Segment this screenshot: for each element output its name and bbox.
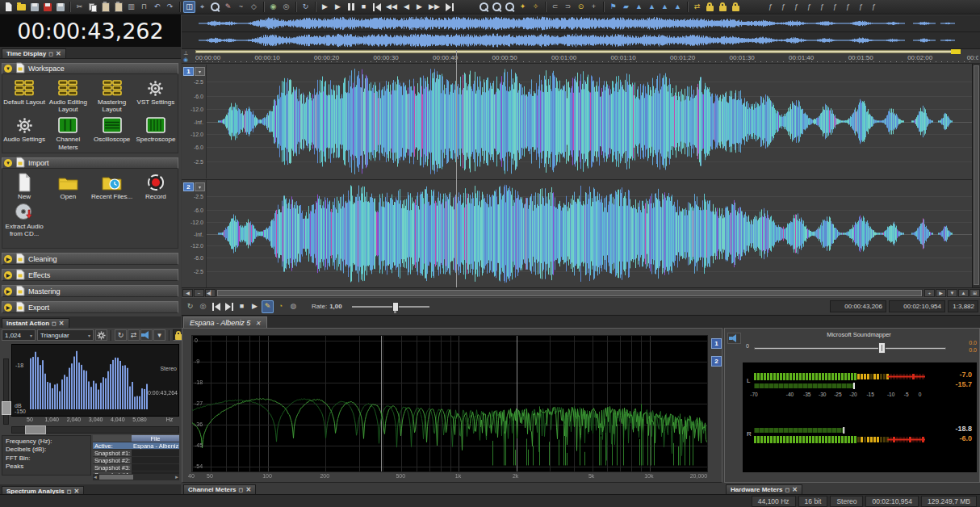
go-to-start-button[interactable] [210, 300, 222, 313]
loop-playback-button[interactable]: ↻ [299, 1, 312, 13]
mute-button[interactable] [727, 333, 741, 344]
editor-vertical-scrollbar-thumb[interactable] [974, 65, 979, 285]
scroll-left-button[interactable]: ◀ [182, 289, 193, 297]
play-all-button[interactable]: ▶ [332, 1, 344, 13]
go-to-start-button[interactable] [371, 1, 383, 13]
tab-instant-action[interactable]: Instant Action◻✕ [2, 318, 69, 328]
spectrum-bars-canvas[interactable] [30, 348, 149, 409]
workspace-item-channel-meters[interactable]: Channel Meters [46, 114, 90, 150]
zoom-out-button[interactable]: − [194, 289, 204, 297]
trim-button[interactable]: ⊓ [138, 1, 150, 13]
import-item-open[interactable]: Open [46, 171, 90, 200]
save-all-button[interactable] [54, 1, 66, 13]
zoom-event-button[interactable] [504, 1, 516, 13]
region-next-button[interactable]: ▲ [672, 1, 684, 13]
region-previous-button[interactable]: ▲ [659, 1, 671, 13]
snapshot-table-scrollbar[interactable]: ◄► [93, 474, 179, 480]
float-icon[interactable]: ◻ [52, 321, 57, 327]
save-as-button[interactable] [41, 1, 53, 13]
rewind-button[interactable]: ◀◀ [383, 1, 400, 13]
spectrum-vertical-slider[interactable] [3, 358, 9, 425]
script-button-4-button[interactable]: ƒ [803, 1, 815, 13]
file-tab[interactable]: Espana - Albeniz 5 ✕ [183, 316, 267, 329]
channel-2-wave-area[interactable] [206, 180, 972, 287]
copy-button[interactable] [86, 1, 98, 13]
script-button-6-button[interactable]: ƒ [829, 1, 841, 13]
waveform-display-button[interactable]: ◫ [183, 1, 195, 13]
workspace-section-header[interactable]: ▼Workspace [2, 63, 178, 74]
pause-button[interactable] [345, 1, 357, 13]
close-icon[interactable]: ✕ [56, 50, 61, 57]
auto-ripple-button[interactable]: ⇄ [691, 1, 703, 13]
import-section-header[interactable]: ▼Import [2, 157, 178, 169]
new-file-button[interactable] [2, 1, 15, 13]
expand-icon[interactable]: ▶ [4, 271, 12, 279]
insert-marker-button[interactable]: ⚑ [607, 1, 619, 13]
paste-button[interactable] [99, 1, 111, 13]
pre-roll-play-button[interactable]: ◔ [274, 300, 287, 313]
workspace-item-default-layout[interactable]: Default Layout [2, 77, 46, 113]
waveform-channel-2[interactable] [207, 180, 972, 287]
section-cleaning[interactable]: ▶Cleaning [2, 253, 178, 265]
mix-button[interactable]: ▥ [125, 1, 137, 13]
collapse-icon[interactable]: ▼ [4, 65, 12, 73]
workspace-item-spectroscope[interactable]: Spectroscope [134, 114, 178, 150]
script-button-7-button[interactable]: ƒ [842, 1, 854, 13]
event-tool-button[interactable]: ◇ [248, 1, 260, 13]
playback-cursor[interactable] [456, 50, 457, 287]
scroll-right-button[interactable]: ▶ [936, 289, 946, 297]
script-button-3-button[interactable]: ƒ [790, 1, 802, 13]
editor-h-scrollbar[interactable] [216, 289, 923, 297]
zoom-up-button[interactable]: ▲ [958, 289, 969, 297]
scroll-right-icon[interactable]: ► [174, 475, 179, 480]
script-button-5-button[interactable]: ƒ [816, 1, 828, 13]
insert-event-button[interactable]: + [588, 1, 600, 13]
close-icon[interactable]: ✕ [245, 486, 251, 493]
output-fader-thumb[interactable] [878, 342, 886, 354]
close-icon[interactable]: ✕ [792, 486, 798, 493]
zoom-selection-button[interactable] [478, 1, 490, 13]
import-item-recent-files[interactable]: Recent Files... [90, 171, 134, 200]
close-icon[interactable]: ✕ [255, 320, 261, 327]
rate-slider-track[interactable] [352, 306, 429, 308]
spectrum-vertical-slider-thumb[interactable] [2, 401, 11, 415]
float-icon[interactable]: ◻ [48, 51, 53, 57]
channel-1-menu[interactable]: ▾ [195, 67, 205, 76]
channel-1-wave-area[interactable] [206, 65, 972, 178]
tab-channel-meters[interactable]: Channel Meters◻✕ [183, 484, 256, 494]
close-icon[interactable]: ✕ [59, 320, 65, 327]
section-mastering[interactable]: ▶Mastering [2, 285, 178, 297]
marker-previous-button[interactable]: ▲ [633, 1, 645, 13]
swap-channels-button[interactable]: ⇄ [128, 329, 140, 341]
selection-grid-button[interactable]: ⊃ [562, 1, 574, 13]
play-button[interactable]: ▶ [249, 300, 261, 313]
zoom-in-time-button[interactable] [491, 1, 503, 13]
go-to-end-button[interactable] [223, 300, 235, 313]
spectrum-settings-button[interactable] [95, 329, 107, 341]
channel-1-badge[interactable]: 1 [183, 67, 194, 76]
redo-button[interactable]: ↷ [164, 1, 176, 13]
plugin-bypass-button[interactable]: ◍ [287, 300, 299, 313]
refresh-button[interactable]: ↻ [115, 329, 127, 341]
overview-waveform-right[interactable] [182, 32, 980, 49]
script-button-2-button[interactable]: ƒ [777, 1, 789, 13]
expand-icon[interactable]: ▶ [4, 255, 12, 263]
workspace-item-audio-settings[interactable]: Audio Settings [2, 114, 46, 150]
editor-h-scrollbar-thumb[interactable] [217, 290, 922, 296]
paste-special-button[interactable] [112, 1, 124, 13]
maximize-button[interactable]: ⊞ [970, 289, 980, 297]
zoom-in-button[interactable]: + [924, 289, 935, 297]
pencil-tool-button[interactable]: ✎ [222, 1, 234, 13]
workspace-item-vst-settings[interactable]: VST Settings [134, 77, 178, 113]
insert-region-button[interactable]: ▰ [620, 1, 632, 13]
channel-2-menu[interactable]: ▾ [195, 182, 205, 191]
auto-region-button[interactable]: ⊙ [575, 1, 587, 13]
monitor-menu-button[interactable]: ▾ [153, 329, 165, 341]
save-button[interactable] [28, 1, 40, 13]
smoothing-window-select[interactable]: Triangular▾ [37, 329, 94, 341]
stop-button[interactable]: ■ [236, 300, 248, 313]
spectrum-horizontal-slider[interactable] [11, 426, 179, 434]
cm-channel-button-1[interactable]: 1 [711, 338, 722, 349]
float-icon[interactable]: ◻ [785, 487, 789, 493]
scrub-button[interactable]: ✎ [262, 300, 274, 313]
